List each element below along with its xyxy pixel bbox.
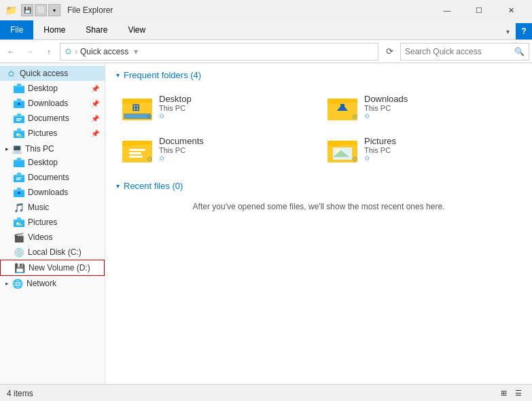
- minimize-button[interactable]: —: [431, 0, 463, 20]
- items-count: 4 items: [7, 389, 33, 398]
- sidebar-item-new-volume[interactable]: 💾 New Volume (D:): [0, 260, 105, 276]
- network-icon: 🌐: [12, 278, 23, 289]
- folder-item-pictures[interactable]: ✩ Pictures This PC ✩: [321, 130, 521, 167]
- svg-rect-11: [16, 118, 22, 120]
- sidebar-item-desktop[interactable]: Desktop 📌: [0, 81, 105, 96]
- svg-rect-33: [17, 217, 21, 220]
- svg-rect-24: [16, 177, 22, 179]
- sidebar-item-documents-qa[interactable]: Documents 📌: [0, 111, 105, 126]
- sidebar-item-music[interactable]: 🎵 Music: [0, 200, 105, 215]
- documents-pc-icon: [14, 172, 24, 183]
- folder-sub: This PC: [364, 104, 408, 112]
- svg-rect-50: [129, 149, 145, 151]
- ribbon: File Home Share View ▾ ?: [0, 20, 532, 40]
- recent-chevron-icon: ▾: [116, 182, 120, 190]
- sidebar-label: Music: [28, 203, 49, 212]
- svg-rect-44: [327, 99, 340, 104]
- view-list-button[interactable]: ☰: [512, 387, 525, 400]
- sidebar-label-quick-access: Quick access: [20, 69, 68, 78]
- pin-icon: 📌: [91, 130, 99, 137]
- properties-qs-btn[interactable]: ⬜: [35, 4, 47, 16]
- svg-rect-10: [17, 114, 21, 116]
- recent-files-header[interactable]: ▾ Recent files (0): [116, 181, 521, 191]
- content-area: ▾ Frequent folders (4) ⊞ ✩: [105, 63, 532, 384]
- sidebar: ✩ Quick access Desktop 📌 Downloads 📌 Doc…: [0, 63, 105, 384]
- address-bar: ← → ↑ ✩ › Quick access ▾ ⟳ 🔍: [0, 40, 532, 63]
- save-qs-btn[interactable]: 💾: [21, 4, 33, 16]
- desktop-folder-info: Desktop This PC ✩: [159, 94, 192, 120]
- sidebar-label: Documents: [28, 114, 69, 123]
- sidebar-item-downloads-qa[interactable]: Downloads 📌: [0, 96, 105, 111]
- sidebar-label: Downloads: [28, 188, 68, 197]
- svg-rect-40: [125, 115, 149, 118]
- folder-item-documents[interactable]: ✩ Documents This PC ✩: [116, 130, 316, 167]
- desktop-pc-icon: [14, 157, 24, 168]
- frequent-chevron-icon: ▾: [116, 71, 120, 79]
- downloads-pc-icon: [14, 187, 24, 198]
- documents-folder-info: Documents This PC ✩: [159, 136, 204, 162]
- up-button[interactable]: ↑: [41, 43, 57, 60]
- sidebar-label-network: Network: [26, 279, 56, 288]
- help-button[interactable]: ?: [516, 23, 532, 39]
- desktop-folder-icon: [14, 83, 24, 94]
- back-button[interactable]: ←: [3, 43, 19, 60]
- pin-icon: 📌: [91, 100, 99, 107]
- tab-home[interactable]: Home: [33, 20, 75, 39]
- app-icon: 📁: [5, 5, 17, 16]
- ribbon-expand-btn[interactable]: ▾: [499, 23, 516, 39]
- sidebar-label: New Volume (D:): [29, 263, 90, 273]
- folder-name: Desktop: [159, 94, 192, 104]
- search-icon[interactable]: 🔍: [514, 47, 525, 56]
- videos-icon: 🎬: [14, 232, 24, 243]
- music-icon: 🎵: [14, 202, 24, 213]
- close-button[interactable]: ✕: [495, 0, 527, 20]
- folder-pin: ✩: [364, 112, 408, 120]
- tab-share[interactable]: Share: [75, 20, 118, 39]
- sidebar-item-videos[interactable]: 🎬 Videos: [0, 230, 105, 245]
- title-bar: 📁 💾 ⬜ ▾ File Explorer — ☐ ✕: [0, 0, 532, 20]
- maximize-button[interactable]: ☐: [463, 0, 495, 20]
- folder-name: Documents: [159, 136, 204, 146]
- search-input[interactable]: [405, 47, 514, 56]
- undo-qs-btn[interactable]: ▾: [48, 4, 60, 16]
- breadcrumb-path: Quick access: [80, 47, 128, 56]
- sidebar-item-quick-access[interactable]: ✩ Quick access: [0, 66, 105, 81]
- main-layout: ✩ Quick access Desktop 📌 Downloads 📌 Doc…: [0, 63, 532, 384]
- view-details-button[interactable]: ⊞: [497, 387, 510, 400]
- documents-folder-icon-qa: [14, 113, 24, 124]
- title-bar-left: 📁 💾 ⬜ ▾ File Explorer: [5, 4, 113, 16]
- pin-icon: 📌: [91, 115, 99, 122]
- tab-view[interactable]: View: [118, 20, 156, 39]
- address-path[interactable]: ✩ › Quick access ▾: [60, 43, 378, 60]
- sidebar-item-pictures-qa[interactable]: Pictures 📌: [0, 126, 105, 141]
- network-expand-icon: ▸: [5, 280, 9, 287]
- pin-icon: 📌: [91, 85, 99, 92]
- sidebar-item-desktop-pc[interactable]: Desktop: [0, 155, 105, 170]
- svg-rect-23: [17, 173, 21, 175]
- downloads-folder-icon-qa: [14, 98, 24, 109]
- sidebar-thispc-section[interactable]: ▸ 💻 This PC: [0, 141, 105, 155]
- sidebar-label: Pictures: [28, 217, 57, 227]
- sidebar-item-documents-pc[interactable]: Documents: [0, 170, 105, 185]
- pictures-folder-thumb: ✩: [327, 135, 357, 162]
- sidebar-item-downloads-pc[interactable]: Downloads: [0, 185, 105, 200]
- sidebar-item-pictures-pc[interactable]: Pictures: [0, 215, 105, 230]
- sidebar-item-network[interactable]: ▸ 🌐 Network: [0, 276, 105, 291]
- documents-folder-thumb: ✩: [122, 135, 152, 162]
- frequent-folders-grid: ⊞ ✩ Desktop This PC ✩: [116, 88, 521, 167]
- svg-rect-51: [129, 152, 141, 154]
- frequent-folders-header[interactable]: ▾ Frequent folders (4): [116, 70, 521, 80]
- svg-rect-30: [18, 192, 20, 194]
- svg-rect-20: [17, 158, 21, 160]
- folder-item-downloads[interactable]: ✩ Downloads This PC ✩: [321, 88, 521, 125]
- folder-item-desktop[interactable]: ⊞ ✩ Desktop This PC ✩: [116, 88, 316, 125]
- sidebar-item-local-disk[interactable]: 💿 Local Disk (C:): [0, 245, 105, 260]
- folder-sub: This PC: [364, 146, 396, 154]
- refresh-button[interactable]: ⟳: [381, 43, 397, 60]
- svg-rect-25: [16, 179, 20, 181]
- pictures-pc-icon: [14, 217, 24, 228]
- tab-file[interactable]: File: [0, 20, 33, 39]
- sidebar-label: Desktop: [28, 84, 58, 93]
- breadcrumb-separator: ›: [75, 47, 77, 56]
- forward-button[interactable]: →: [22, 43, 38, 60]
